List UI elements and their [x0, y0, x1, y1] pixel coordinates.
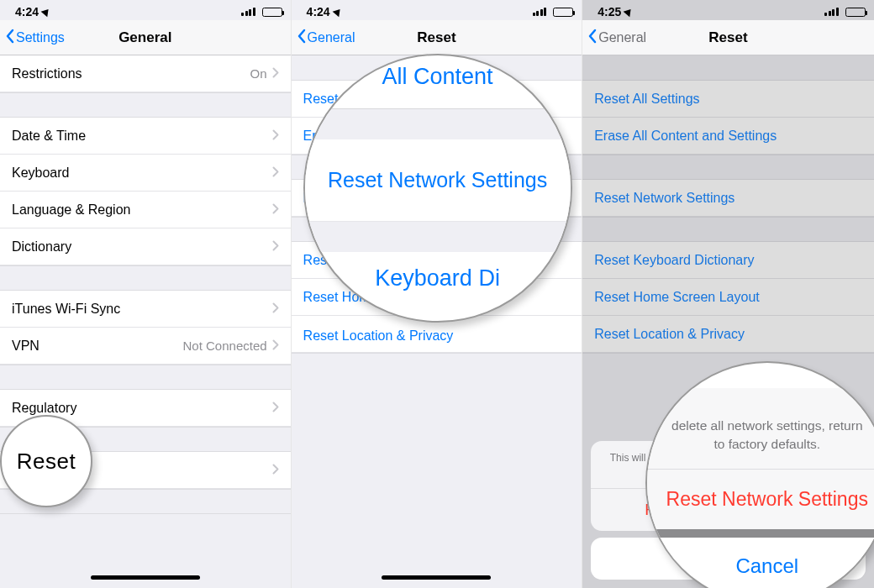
row-reset-keyboard-dictionary: Reset Keyboard Dictionary	[582, 242, 874, 279]
separator	[582, 155, 874, 180]
magnifier-gap	[305, 109, 571, 139]
row-label: Date & Time	[12, 129, 86, 144]
screen-general: 4:24 Settings General Restrictions On	[0, 0, 292, 588]
row-vpn[interactable]: VPN Not Connected	[0, 328, 291, 365]
home-indicator[interactable]	[382, 575, 491, 580]
row-reset-location-privacy: Reset Location & Privacy	[582, 316, 874, 353]
row-label: Reset Keyboard Dictionary	[594, 253, 754, 268]
signal-icon	[533, 8, 547, 16]
chevron-left-icon	[5, 29, 15, 47]
status-bar: 4:24	[292, 0, 582, 20]
magnifier-gap	[305, 222, 571, 252]
magnifier-spacer	[647, 529, 874, 538]
row-label: Reset Home Screen Layout	[594, 290, 760, 305]
row-label: VPN	[12, 339, 39, 354]
row-label: Reset All Settings	[594, 92, 699, 107]
magnifier-reset-network: All Content Reset Network Settings Keybo…	[303, 54, 572, 323]
row-detail: Not Connected	[183, 339, 267, 353]
row-label: Reset Network Settings	[594, 191, 734, 206]
row-reset-home-layout: Reset Home Screen Layout	[582, 279, 874, 316]
row-keyboard[interactable]: Keyboard	[0, 155, 291, 192]
row-label: Regulatory	[12, 401, 76, 416]
row-label: Restrictions	[12, 66, 82, 81]
back-label: Settings	[16, 30, 65, 45]
status-bar: 4:25	[582, 0, 874, 20]
nav-bar: General Reset	[292, 20, 582, 55]
row-label: Erase All Content and Settings	[594, 129, 777, 144]
back-label: General	[308, 30, 355, 45]
magnifier-msg-line: to factory defaults.	[713, 437, 820, 451]
battery-icon	[553, 8, 573, 17]
separator	[0, 265, 291, 291]
back-button: General	[587, 29, 646, 47]
row-reset-network: Reset Network Settings	[582, 180, 874, 217]
screen-reset: 4:24 General Reset Reset All Settings Er…	[292, 0, 583, 588]
row-label: Language & Region	[12, 202, 130, 218]
magnifier-reset: Reset	[0, 415, 92, 507]
chevron-right-icon	[272, 66, 279, 81]
row-reset-all-settings: Reset All Settings	[582, 81, 874, 118]
magnifier-sheet-action: Reset Network Settings	[647, 470, 874, 529]
chevron-right-icon	[272, 302, 279, 316]
row-restrictions[interactable]: Restrictions On	[0, 55, 291, 92]
status-bar: 4:24	[0, 0, 291, 20]
chevron-left-icon	[587, 29, 598, 47]
status-time: 4:24	[15, 5, 39, 18]
row-date-time[interactable]: Date & Time	[0, 118, 291, 155]
chevron-right-icon	[272, 463, 279, 477]
row-erase-all: Erase All Content and Settings	[582, 118, 874, 155]
row-label: iTunes Wi-Fi Sync	[12, 302, 120, 317]
row-label: Keyboard	[12, 165, 70, 181]
row-label: Reset Location & Privacy	[303, 325, 454, 344]
row-detail: On	[250, 66, 267, 81]
location-icon	[41, 7, 52, 18]
separator	[582, 217, 874, 242]
separator	[292, 353, 582, 554]
row-language-region[interactable]: Language & Region	[0, 192, 291, 228]
status-time: 4:25	[598, 5, 621, 18]
back-button[interactable]: General	[297, 29, 355, 47]
separator	[0, 92, 291, 118]
home-indicator[interactable]	[91, 575, 200, 580]
chevron-right-icon	[272, 202, 279, 217]
chevron-right-icon	[272, 129, 279, 143]
magnifier-sheet-message: delete all network settings, return to f…	[647, 388, 874, 469]
separator	[0, 365, 291, 390]
separator	[582, 55, 874, 81]
signal-icon	[824, 8, 839, 16]
chevron-right-icon	[272, 165, 279, 180]
location-icon	[332, 7, 343, 18]
screen-reset-confirm: 4:25 General Reset Reset All Settings Er…	[582, 0, 874, 588]
chevron-right-icon	[272, 401, 279, 415]
signal-icon	[241, 8, 255, 16]
nav-bar: Settings General	[0, 20, 291, 55]
battery-icon	[262, 8, 282, 17]
status-time: 4:24	[307, 5, 330, 18]
row-label: Dictionary	[12, 239, 71, 255]
chevron-right-icon	[272, 339, 279, 353]
location-icon	[624, 7, 634, 18]
magnifier-msg-line: delete all network settings, return	[671, 418, 862, 433]
magnifier-bot: Keyboard Di	[305, 252, 571, 291]
back-label: General	[598, 30, 646, 45]
chevron-right-icon	[272, 239, 279, 254]
magnifier-label: Reset	[17, 449, 76, 475]
magnifier-mid: Reset Network Settings	[305, 139, 571, 222]
chevron-left-icon	[297, 29, 307, 47]
back-button[interactable]: Settings	[5, 29, 65, 47]
row-dictionary[interactable]: Dictionary	[0, 228, 291, 265]
row-itunes-wifi[interactable]: iTunes Wi-Fi Sync	[0, 291, 291, 328]
row-label: Reset Location & Privacy	[594, 327, 745, 342]
battery-icon	[845, 8, 866, 17]
nav-bar: General Reset	[582, 20, 874, 55]
